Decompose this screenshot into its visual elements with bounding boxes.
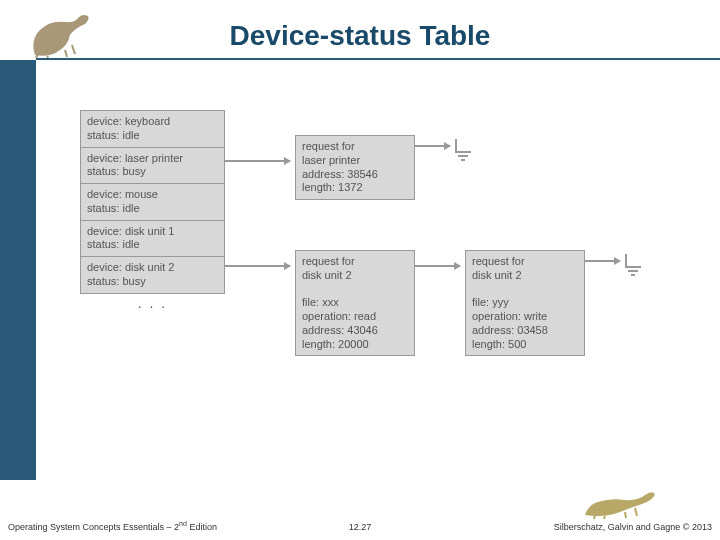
ellipsis-icon: · · · (80, 294, 225, 318)
label-address: address: (472, 324, 514, 336)
dinosaur-footer-icon (580, 480, 660, 520)
ground-terminator-icon (625, 260, 643, 278)
request-target: laser printer (302, 154, 360, 166)
request-file: xxx (322, 296, 339, 308)
request-target: disk unit 2 (472, 269, 522, 281)
request-target: disk unit 2 (302, 269, 352, 281)
slide-header: Device-status Table (0, 10, 720, 52)
device-entry-printer: device: laser printer status: busy (80, 148, 225, 185)
arrow-icon (415, 145, 450, 147)
device-status: busy (122, 165, 145, 177)
device-name: disk unit 1 (125, 225, 175, 237)
label-length: length: (472, 338, 505, 350)
request-box-disk-1: request for disk unit 2 file: xxx operat… (295, 250, 415, 356)
device-entry-keyboard: device: keyboard status: idle (80, 110, 225, 148)
label-status: status: (87, 129, 119, 141)
header-divider (36, 58, 720, 60)
request-length: 1372 (338, 181, 362, 193)
slide-title: Device-status Table (0, 10, 720, 52)
request-box-printer: request for laser printer address: 38546… (295, 135, 415, 200)
label-length: length: (302, 181, 335, 193)
request-length: 20000 (338, 338, 369, 350)
label-status: status: (87, 238, 119, 250)
arrow-icon (415, 265, 460, 267)
label-file: file: (302, 296, 319, 308)
device-name: keyboard (125, 115, 170, 127)
request-address: 03458 (517, 324, 548, 336)
device-status: idle (122, 238, 139, 250)
ground-terminator-icon (455, 145, 473, 163)
request-address: 43046 (347, 324, 378, 336)
device-entry-disk2: device: disk unit 2 status: busy (80, 257, 225, 294)
device-status: idle (122, 129, 139, 141)
label-address: address: (302, 168, 344, 180)
label-length: length: (302, 338, 335, 350)
device-table-column: device: keyboard status: idle device: la… (80, 110, 225, 318)
request-operation: read (354, 310, 376, 322)
label-device: device: (87, 115, 122, 127)
arrow-icon (225, 160, 290, 162)
label-device: device: (87, 261, 122, 273)
label-device: device: (87, 152, 122, 164)
label-status: status: (87, 165, 119, 177)
request-length: 500 (508, 338, 526, 350)
device-status: busy (122, 275, 145, 287)
dinosaur-logo-icon (20, 10, 100, 60)
device-name: laser printer (125, 152, 183, 164)
label-operation: operation: (472, 310, 521, 322)
request-operation: write (524, 310, 547, 322)
device-entry-disk1: device: disk unit 1 status: idle (80, 221, 225, 258)
device-status: idle (122, 202, 139, 214)
label-request: request for (302, 255, 355, 267)
request-file: yyy (492, 296, 509, 308)
left-sidebar (0, 60, 36, 480)
label-request: request for (472, 255, 525, 267)
label-file: file: (472, 296, 489, 308)
label-status: status: (87, 275, 119, 287)
arrow-icon (225, 265, 290, 267)
arrow-icon (585, 260, 620, 262)
request-address: 38546 (347, 168, 378, 180)
request-box-disk-2: request for disk unit 2 file: yyy operat… (465, 250, 585, 356)
label-device: device: (87, 188, 122, 200)
device-entry-mouse: device: mouse status: idle (80, 184, 225, 221)
device-name: mouse (125, 188, 158, 200)
label-operation: operation: (302, 310, 351, 322)
label-status: status: (87, 202, 119, 214)
label-address: address: (302, 324, 344, 336)
device-name: disk unit 2 (125, 261, 175, 273)
label-device: device: (87, 225, 122, 237)
footer-copyright: Silberschatz, Galvin and Gagne © 2013 (554, 522, 712, 532)
label-request: request for (302, 140, 355, 152)
